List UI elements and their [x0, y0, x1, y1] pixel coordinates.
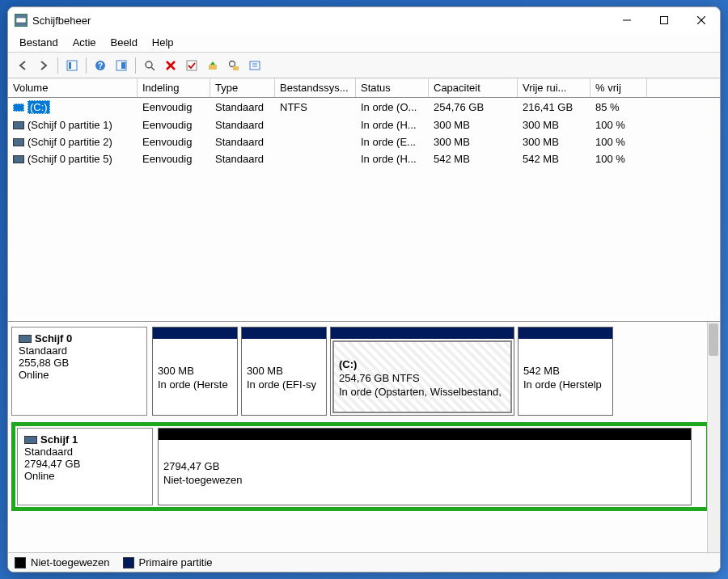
- help-button[interactable]: ?: [91, 56, 110, 75]
- volume-fs-cell: [275, 134, 356, 150]
- titlebar[interactable]: Schijfbeheer: [8, 7, 720, 33]
- graphical-view: Schijf 0Standaard255,88 GBOnline300 MBIn…: [8, 322, 720, 552]
- partition-header: [159, 429, 691, 440]
- svg-rect-20: [233, 66, 239, 70]
- svg-text:?: ?: [98, 61, 103, 70]
- disk-row: Schijf 1Standaard2794,47 GBOnline2794,47…: [11, 422, 710, 511]
- volume-cap-cell: 300 MB: [429, 134, 518, 150]
- toolbar: ?: [8, 53, 720, 78]
- disk-status: Online: [19, 369, 140, 381]
- volume-name: (C:): [28, 100, 50, 114]
- minimize-button[interactable]: [608, 7, 645, 33]
- col-free[interactable]: Vrije rui...: [518, 78, 590, 97]
- partition-header: [242, 328, 326, 339]
- volume-name-cell: (Schijf 0 partitie 1): [8, 117, 138, 133]
- volume-pct-cell: 100 %: [590, 134, 647, 150]
- col-pctfree[interactable]: % vrij: [590, 78, 647, 97]
- volume-fs-cell: NTFS: [275, 99, 356, 116]
- col-type[interactable]: Type: [210, 78, 275, 97]
- svg-rect-0: [16, 18, 26, 23]
- back-button[interactable]: [13, 56, 32, 75]
- menu-beeld[interactable]: Beeld: [104, 35, 144, 50]
- partition-body: 2794,47 GBNiet-toegewezen: [159, 440, 691, 505]
- menubar: Bestand Actie Beeld Help: [8, 33, 720, 53]
- disk-info[interactable]: Schijf 1Standaard2794,47 GBOnline: [17, 428, 153, 505]
- volume-free-cell: 300 MB: [518, 117, 590, 133]
- volume-name: (Schijf 0 partitie 2): [28, 136, 112, 148]
- volume-status-cell: In orde (H...: [356, 117, 429, 133]
- action-button[interactable]: [203, 56, 222, 75]
- partition[interactable]: 542 MBIn orde (Herstelp: [518, 327, 613, 416]
- volume-row[interactable]: (C:)EenvoudigStandaardNTFSIn orde (O...2…: [8, 98, 720, 116]
- scrollbar-thumb[interactable]: [709, 323, 718, 356]
- find-button[interactable]: [140, 56, 159, 75]
- volume-name-cell: (C:): [8, 99, 138, 116]
- volume-list: Volume Indeling Type Bestandssys... Stat…: [8, 78, 720, 322]
- delete-button[interactable]: [161, 56, 180, 75]
- partition[interactable]: 300 MBIn orde (Herste: [152, 327, 238, 416]
- partition-size: 300 MB: [247, 365, 321, 377]
- volume-fs-cell: [275, 117, 356, 133]
- partition-size: 542 MB: [523, 365, 607, 377]
- vertical-scrollbar[interactable]: [707, 322, 720, 552]
- disk-size: 2794,47 GB: [24, 458, 146, 470]
- svg-rect-11: [121, 62, 125, 69]
- svg-rect-17: [209, 65, 217, 70]
- col-volume[interactable]: Volume: [8, 78, 138, 97]
- partition-status: In orde (EFI-sy: [247, 378, 321, 391]
- col-status[interactable]: Status: [356, 78, 429, 97]
- legend-primary: Primaire partitie: [123, 556, 213, 568]
- check-button[interactable]: [182, 56, 201, 75]
- partition[interactable]: 300 MBIn orde (EFI-sy: [241, 327, 327, 416]
- disk-name: Schijf 1: [24, 433, 146, 446]
- partition-label: (C:): [339, 358, 506, 370]
- menu-bestand[interactable]: Bestand: [13, 35, 65, 50]
- svg-rect-16: [187, 61, 197, 70]
- action2-button[interactable]: [224, 56, 243, 75]
- maximize-button[interactable]: [645, 7, 683, 33]
- disk-type: Standaard: [24, 446, 146, 458]
- swatch-primary: [123, 557, 134, 568]
- show-hide-button[interactable]: [62, 56, 82, 75]
- col-filesystem[interactable]: Bestandssys...: [275, 78, 356, 97]
- volume-type-cell: Standaard: [210, 99, 275, 116]
- partition-header: [331, 328, 514, 339]
- partition-body: (C:)254,76 GB NTFSIn orde (Opstarten, Wi…: [332, 340, 512, 413]
- volume-type-cell: Standaard: [210, 134, 275, 150]
- volume-row[interactable]: (Schijf 0 partitie 5)EenvoudigStandaardI…: [8, 150, 720, 167]
- disk-status: Online: [24, 470, 146, 482]
- disk-info[interactable]: Schijf 0Standaard255,88 GBOnline: [11, 327, 147, 416]
- volume-status-cell: In orde (O...: [356, 99, 429, 116]
- partition-status: In orde (Opstarten, Wisselbestand,: [339, 386, 506, 398]
- refresh-button[interactable]: [112, 56, 131, 75]
- swatch-unallocated: [15, 557, 26, 568]
- volume-free-cell: 216,41 GB: [518, 99, 590, 116]
- partition-status: Niet-toegewezen: [163, 474, 686, 486]
- volume-pct-cell: 85 %: [590, 99, 647, 116]
- volume-row[interactable]: (Schijf 0 partitie 1)EenvoudigStandaardI…: [8, 116, 720, 133]
- volume-type-cell: Standaard: [210, 151, 275, 167]
- volume-rows: (C:)EenvoudigStandaardNTFSIn orde (O...2…: [8, 98, 720, 167]
- volume-indeling-cell: Eenvoudig: [138, 117, 210, 133]
- partition-size: 254,76 GB NTFS: [339, 372, 506, 384]
- close-button[interactable]: [683, 7, 720, 33]
- col-capacity[interactable]: Capaciteit: [429, 78, 518, 97]
- volume-name-cell: (Schijf 0 partitie 2): [8, 134, 138, 150]
- partition-size: 300 MB: [158, 365, 232, 377]
- partition-body: 542 MBIn orde (Herstelp: [518, 339, 612, 415]
- menu-actie[interactable]: Actie: [66, 35, 103, 50]
- forward-button[interactable]: [34, 56, 53, 75]
- volume-free-cell: 542 MB: [518, 151, 590, 167]
- volume-indeling-cell: Eenvoudig: [138, 151, 210, 167]
- volume-type-cell: Standaard: [210, 117, 275, 133]
- partition[interactable]: (C:)254,76 GB NTFSIn orde (Opstarten, Wi…: [330, 327, 514, 416]
- volume-row[interactable]: (Schijf 0 partitie 2)EenvoudigStandaardI…: [8, 133, 720, 150]
- action3-button[interactable]: [245, 56, 265, 75]
- menu-help[interactable]: Help: [146, 35, 180, 50]
- partition-header: [153, 328, 237, 339]
- col-indeling[interactable]: Indeling: [138, 78, 210, 97]
- disk-partitions: 2794,47 GBNiet-toegewezen: [158, 428, 705, 505]
- volume-free-cell: 300 MB: [518, 134, 590, 150]
- partition[interactable]: 2794,47 GBNiet-toegewezen: [158, 428, 692, 505]
- svg-rect-7: [69, 62, 71, 69]
